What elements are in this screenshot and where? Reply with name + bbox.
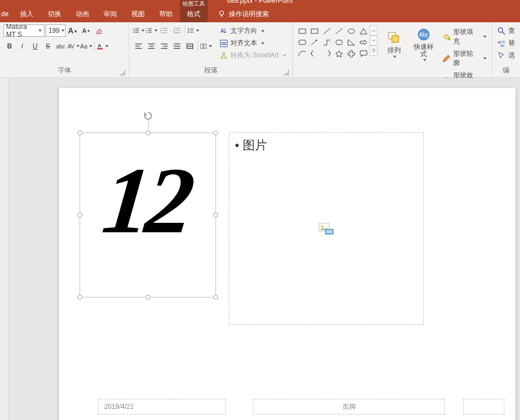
svg-rect-32 [163,46,168,47]
group-editing: 查 abac 替 选 编 [492,22,520,77]
placeholder-title: 图片 [235,137,267,154]
align-center-button[interactable] [145,40,158,52]
resize-handle[interactable] [213,295,218,300]
gallery-scroll[interactable] [370,26,377,59]
strikethrough-button[interactable]: S [42,40,54,52]
chevron-up-icon [371,28,376,33]
bold-button[interactable]: B [3,40,16,52]
svg-rect-31 [161,43,168,45]
dialog-launcher-icon[interactable] [283,70,289,75]
font-size-combo[interactable]: 199 [46,25,66,37]
quick-styles-icon: Abc [416,27,431,42]
selected-textbox[interactable]: 12 [80,133,216,297]
resize-handle[interactable] [145,295,150,300]
bullets-icon [133,26,140,35]
svg-text:A: A [220,28,224,34]
tab-review[interactable]: 审阅 [96,6,124,22]
shape-outline-button[interactable]: 形状轮廓 [440,48,488,69]
select-button[interactable]: 选 [496,50,517,61]
resize-handle[interactable] [145,130,150,135]
align-right-button[interactable] [158,40,170,52]
pen-icon [442,54,451,63]
line-spacing-button[interactable] [187,25,199,37]
arrange-button[interactable]: 排列 [381,26,408,62]
grow-font-button[interactable]: A▲ [67,25,79,37]
distributed-button[interactable] [184,40,196,52]
shape-rect-icon [310,27,319,35]
date-placeholder[interactable]: 2019/4/21 [98,399,226,414]
group-paragraph: 123 A 文字方 [129,22,293,77]
change-case-button[interactable]: Aa [80,40,92,52]
char-spacing-button[interactable]: AV [67,40,80,52]
resize-handle[interactable] [213,130,218,135]
shape-arrow-icon [310,38,319,46]
decrease-indent-button[interactable] [158,25,170,37]
resize-handle[interactable] [77,130,82,135]
tab-transition[interactable]: 切换 [41,6,68,22]
text-direction-button[interactable]: A 文字方向 [218,26,288,36]
shape-oval-icon [347,27,356,35]
tab-insert[interactable]: 插入 [13,6,41,22]
chevron-down-bar-icon [371,48,376,53]
italic-button[interactable]: I [16,40,28,52]
textbox-text[interactable]: 12 [99,153,194,248]
resize-handle[interactable] [77,295,82,300]
svg-rect-12 [148,30,152,31]
chevron-down-icon [61,30,65,32]
slide[interactable]: 12 图片 2019/4/21 页脚 [59,88,516,420]
svg-line-68 [502,31,505,34]
rotate-handle[interactable] [143,111,153,121]
increase-indent-button[interactable] [171,25,183,37]
svg-point-67 [498,28,503,32]
tab-help[interactable]: 帮助 [152,6,180,22]
columns-icon [200,42,207,51]
justify-button[interactable] [171,40,183,52]
numbering-button[interactable]: 123 [145,25,158,37]
columns-button[interactable] [200,40,212,52]
underline-button[interactable]: U [29,40,41,52]
insert-picture-icon[interactable] [318,222,334,235]
find-button[interactable]: 查 [496,26,517,36]
convert-smartart-button[interactable]: 转换为 SmartArt [218,50,288,61]
quick-styles-button[interactable]: Abc 快速样式 [411,26,438,62]
shape-fill-button[interactable]: 形状填充 [440,27,488,47]
svg-line-54 [336,28,342,34]
text-shadow-button[interactable]: abc [55,40,67,52]
tab-slide[interactable]: de [0,6,13,22]
footer-placeholder[interactable]: 页脚 [253,399,445,414]
tab-format[interactable]: 绘图工具 格式 [180,6,208,22]
shapes-gallery[interactable] [296,26,370,59]
title-bar: 689.pptx - PowerPoint [0,0,520,6]
svg-rect-36 [174,48,180,49]
tell-me-search[interactable]: 操作说明搜索 [218,9,269,19]
tab-view[interactable]: 视图 [124,6,152,22]
cursor-icon [497,51,506,60]
bullets-button[interactable] [133,25,145,37]
tab-animation[interactable]: 动画 [68,6,96,22]
distributed-icon [185,42,194,51]
chevron-down-icon [371,38,376,43]
font-color-button[interactable]: A [96,40,109,52]
align-text-button[interactable]: 对齐文本 [218,38,288,48]
replace-button[interactable]: abac 替 [496,38,517,48]
svg-point-72 [321,225,323,227]
shape-elbow-icon [322,38,331,46]
font-name-combo[interactable]: Matura MT S [3,25,45,37]
slide-canvas[interactable]: 12 图片 2019/4/21 页脚 [9,78,520,420]
shape-brace-icon [310,50,319,57]
svg-point-0 [220,11,224,15]
resize-handle[interactable] [77,213,82,218]
align-left-button[interactable] [133,40,145,52]
clear-formatting-button[interactable] [94,25,106,37]
dialog-launcher-icon[interactable] [120,70,125,75]
resize-handle[interactable] [213,213,218,218]
picture-placeholder[interactable]: 图片 [229,132,424,325]
svg-rect-38 [187,46,193,47]
thumbnail-pane[interactable] [0,78,9,420]
svg-rect-21 [188,29,189,33]
shrink-font-button[interactable]: A▼ [80,25,92,37]
slide-number-placeholder[interactable] [463,399,504,414]
svg-rect-42 [201,44,203,48]
lightbulb-icon [218,10,225,18]
svg-rect-6 [135,30,139,31]
